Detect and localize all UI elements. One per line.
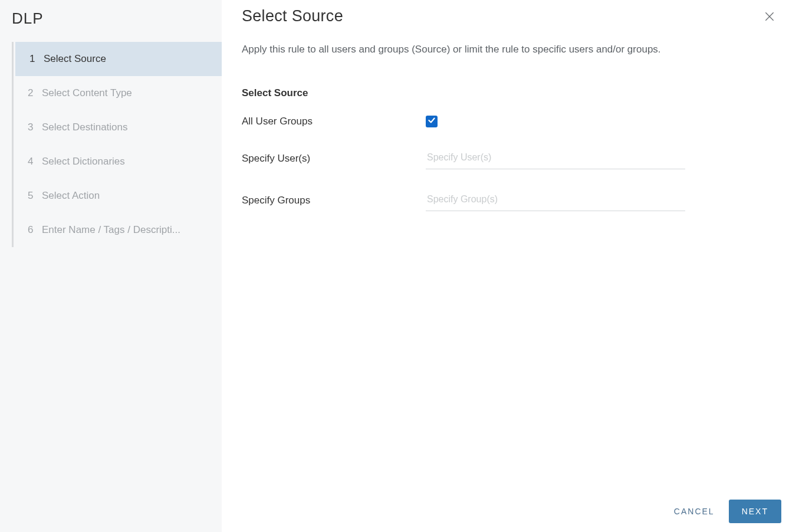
step-label: Select Destinations [42, 121, 128, 133]
step-select-content-type[interactable]: 2 Select Content Type [14, 76, 222, 110]
step-select-destinations[interactable]: 3 Select Destinations [14, 110, 222, 145]
specify-users-input[interactable] [426, 149, 685, 169]
step-number: 6 [28, 224, 38, 236]
row-specify-users: Specify User(s) [242, 149, 779, 169]
row-specify-groups: Specify Groups [242, 191, 779, 211]
section-title: Select Source [242, 87, 779, 99]
page-title: Select Source [242, 7, 760, 25]
wizard-steps: 1 Select Source 2 Select Content Type 3 … [12, 42, 222, 247]
specify-groups-input[interactable] [426, 191, 685, 211]
step-label: Select Content Type [42, 87, 132, 99]
check-icon [428, 116, 436, 127]
page-description: Apply this rule to all users and groups … [222, 26, 799, 57]
step-number: 3 [28, 121, 38, 133]
next-button[interactable]: NEXT [729, 500, 781, 523]
all-user-groups-checkbox[interactable] [426, 116, 438, 127]
specify-groups-label: Specify Groups [242, 195, 426, 206]
step-label: Select Source [44, 53, 106, 65]
step-number: 1 [29, 53, 40, 65]
step-enter-name-tags-description[interactable]: 6 Enter Name / Tags / Descripti... [14, 213, 222, 247]
wizard-footer: CANCEL NEXT [222, 491, 799, 532]
sidebar-title: DLP [0, 0, 222, 42]
wizard-sidebar: DLP 1 Select Source 2 Select Content Typ… [0, 0, 222, 532]
specify-users-label: Specify User(s) [242, 153, 426, 165]
main-panel: Select Source Apply this rule to all use… [222, 0, 799, 532]
close-icon [764, 11, 775, 22]
step-select-dictionaries[interactable]: 4 Select Dictionaries [14, 145, 222, 179]
close-button[interactable] [760, 7, 779, 26]
all-user-groups-label: All User Groups [242, 116, 426, 127]
row-all-user-groups: All User Groups [242, 116, 779, 127]
form-area: Select Source All User Groups Specify Us… [222, 57, 799, 232]
step-label: Enter Name / Tags / Descripti... [42, 224, 180, 236]
step-number: 4 [28, 156, 38, 168]
step-select-source[interactable]: 1 Select Source [15, 42, 222, 76]
step-number: 2 [28, 87, 38, 99]
cancel-button[interactable]: CANCEL [672, 501, 717, 522]
step-select-action[interactable]: 5 Select Action [14, 179, 222, 213]
step-label: Select Dictionaries [42, 156, 125, 168]
step-label: Select Action [42, 190, 100, 202]
step-number: 5 [28, 190, 38, 202]
